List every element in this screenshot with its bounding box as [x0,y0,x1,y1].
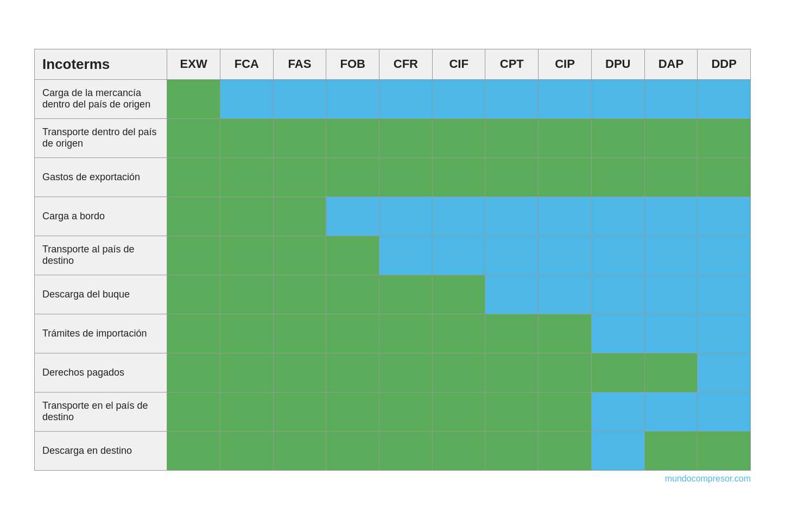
cell-r9-c10 [698,431,751,470]
row-label-9: Descarga en destino [35,431,167,470]
cell-r7-c7 [539,353,592,392]
incoterms-table: Incoterms EXWFCAFASFOBCFRCIFCPTCIPDPUDAP… [34,49,751,471]
table-row: Descarga del buque [35,275,751,314]
cell-r5-c8 [591,275,644,314]
cell-r5-c5 [432,275,485,314]
cell-r7-c10 [698,353,751,392]
column-header-cip: CIP [539,49,592,79]
cell-r3-c4 [379,197,433,236]
cell-r2-c4 [379,157,433,197]
column-header-fca: FCA [220,49,273,79]
cell-r9-c8 [591,431,644,470]
cell-r9-c2 [273,431,326,470]
table-row: Transporte en el país de destino [35,392,751,431]
table-row: Trámites de importación [35,314,751,353]
cell-r5-c6 [485,275,539,314]
row-label-7: Derechos pagados [35,353,167,392]
cell-r8-c10 [698,392,751,431]
cell-r6-c3 [326,314,379,353]
cell-r2-c10 [698,157,751,197]
row-label-6: Trámites de importación [35,314,167,353]
cell-r9-c6 [485,431,539,470]
cell-r0-c8 [591,79,644,118]
table-row: Gastos de exportación [35,157,751,197]
cell-r5-c3 [326,275,379,314]
column-header-fas: FAS [273,49,326,79]
column-header-dap: DAP [644,49,698,79]
table-row: Carga de la mercancía dentro del país de… [35,79,751,118]
cell-r4-c3 [326,236,379,275]
table-row: Derechos pagados [35,353,751,392]
cell-r1-c6 [485,118,539,157]
cell-r1-c5 [432,118,485,157]
watermark: mundocompresor.com [34,474,751,484]
cell-r0-c7 [539,79,592,118]
cell-r4-c4 [379,236,433,275]
cell-r8-c8 [591,392,644,431]
cell-r6-c6 [485,314,539,353]
cell-r2-c8 [591,157,644,197]
cell-r5-c4 [379,275,433,314]
cell-r6-c4 [379,314,433,353]
column-header-cif: CIF [432,49,485,79]
cell-r1-c7 [539,118,592,157]
row-label-5: Descarga del buque [35,275,167,314]
cell-r3-c6 [485,197,539,236]
column-header-fob: FOB [326,49,379,79]
cell-r8-c5 [432,392,485,431]
cell-r8-c9 [644,392,698,431]
cell-r4-c9 [644,236,698,275]
cell-r7-c0 [167,353,220,392]
table-header-incoterms: Incoterms [35,49,167,79]
cell-r0-c3 [326,79,379,118]
cell-r1-c3 [326,118,379,157]
main-container: Incoterms EXWFCAFASFOBCFRCIFCPTCIPDPUDAP… [34,49,751,484]
cell-r4-c10 [698,236,751,275]
cell-r2-c1 [220,157,273,197]
table-row: Transporte al país de destino [35,236,751,275]
table-row: Transporte dentro del país de origen [35,118,751,157]
cell-r1-c2 [273,118,326,157]
cell-r1-c10 [698,118,751,157]
cell-r6-c5 [432,314,485,353]
cell-r4-c1 [220,236,273,275]
cell-r3-c1 [220,197,273,236]
cell-r3-c10 [698,197,751,236]
column-header-cfr: CFR [379,49,433,79]
cell-r6-c9 [644,314,698,353]
cell-r0-c5 [432,79,485,118]
cell-r2-c2 [273,157,326,197]
cell-r6-c8 [591,314,644,353]
cell-r8-c6 [485,392,539,431]
cell-r7-c4 [379,353,433,392]
cell-r3-c9 [644,197,698,236]
cell-r8-c3 [326,392,379,431]
cell-r7-c3 [326,353,379,392]
cell-r8-c2 [273,392,326,431]
cell-r7-c2 [273,353,326,392]
cell-r5-c1 [220,275,273,314]
cell-r4-c6 [485,236,539,275]
cell-r0-c1 [220,79,273,118]
cell-r6-c10 [698,314,751,353]
cell-r0-c6 [485,79,539,118]
cell-r3-c3 [326,197,379,236]
column-header-ddp: DDP [698,49,751,79]
cell-r3-c2 [273,197,326,236]
cell-r8-c7 [539,392,592,431]
cell-r9-c7 [539,431,592,470]
cell-r7-c9 [644,353,698,392]
cell-r0-c0 [167,79,220,118]
row-label-2: Gastos de exportación [35,157,167,197]
cell-r2-c3 [326,157,379,197]
cell-r1-c0 [167,118,220,157]
cell-r5-c2 [273,275,326,314]
cell-r0-c2 [273,79,326,118]
cell-r4-c0 [167,236,220,275]
row-label-8: Transporte en el país de destino [35,392,167,431]
row-label-4: Transporte al país de destino [35,236,167,275]
cell-r0-c9 [644,79,698,118]
table-row: Carga a bordo [35,197,751,236]
cell-r2-c0 [167,157,220,197]
cell-r8-c0 [167,392,220,431]
